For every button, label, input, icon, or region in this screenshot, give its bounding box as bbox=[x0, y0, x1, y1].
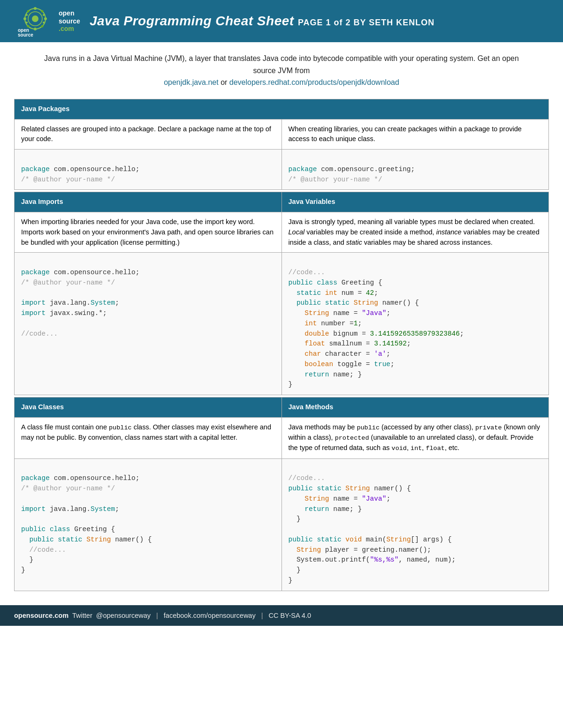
classes-methods-desc-row: A class file must contain one public cla… bbox=[15, 417, 549, 458]
footer-facebook: facebook.com/opensourceway bbox=[164, 612, 256, 619]
openjdk-link[interactable]: openjdk.java.net bbox=[164, 78, 219, 86]
packages-desc-left: Related classes are grouped into a packa… bbox=[15, 119, 282, 150]
svg-point-2 bbox=[32, 15, 38, 22]
imports-variables-table: Java Imports Java Variables When importi… bbox=[14, 192, 549, 395]
classes-code: package com.opensource.hello; /* @author… bbox=[15, 458, 282, 591]
imports-code: package com.opensource.hello; /* @author… bbox=[15, 253, 282, 395]
imports-variables-code-row: package com.opensource.hello; /* @author… bbox=[15, 253, 549, 395]
footer-twitter-label: Twitter bbox=[72, 612, 92, 619]
svg-text:.com: .com bbox=[18, 37, 29, 38]
imports-desc: When importing libraries needed for your… bbox=[15, 212, 282, 253]
page-footer: opensource.com Twitter @opensourceway | … bbox=[0, 605, 563, 626]
java-packages-table: Java Packages Related classes are groupe… bbox=[14, 99, 549, 190]
logo-area: open source .com open source .com bbox=[9, 5, 80, 38]
svg-point-5 bbox=[23, 17, 26, 20]
svg-point-14 bbox=[43, 22, 45, 23]
footer-brand: opensource.com bbox=[14, 612, 68, 619]
main-content: Java Packages Related classes are groupe… bbox=[0, 99, 563, 600]
footer-sep2: | bbox=[261, 612, 263, 619]
packages-header-row: Java Packages bbox=[15, 99, 549, 119]
packages-code-right: package com.opensourc.greeting; /* @auth… bbox=[282, 150, 549, 190]
packages-header: Java Packages bbox=[15, 99, 549, 119]
classes-header: Java Classes bbox=[15, 398, 282, 418]
svg-point-9 bbox=[27, 25, 30, 28]
svg-point-11 bbox=[26, 14, 28, 16]
header-title-area: Java Programming Cheat Sheet PAGE 1 of 2… bbox=[90, 14, 554, 29]
packages-desc-right: When creating libraries, you can create … bbox=[282, 119, 549, 150]
packages-code-left: package com.opensource.hello; /* @author… bbox=[15, 150, 282, 190]
imports-variables-header-row: Java Imports Java Variables bbox=[15, 192, 549, 212]
methods-code: //code... public static String namer() {… bbox=[282, 458, 549, 591]
intro-text2: or bbox=[221, 78, 229, 86]
footer-license: CC BY-SA 4.0 bbox=[268, 612, 311, 619]
svg-point-13 bbox=[26, 22, 28, 23]
redhat-link[interactable]: developers.redhat.com/products/openjdk/d… bbox=[229, 78, 399, 86]
footer-twitter-handle: @opensourceway bbox=[96, 612, 151, 619]
svg-point-3 bbox=[34, 7, 37, 10]
packages-desc-row: Related classes are grouped into a packa… bbox=[15, 119, 549, 150]
classes-methods-table: Java Classes Java Methods A class file m… bbox=[14, 397, 549, 591]
svg-point-6 bbox=[44, 17, 47, 20]
classes-methods-code-row: package com.opensource.hello; /* @author… bbox=[15, 458, 549, 591]
logo-icon: open source .com bbox=[9, 5, 61, 38]
packages-code-row: package com.opensource.hello; /* @author… bbox=[15, 150, 549, 190]
variables-header: Java Variables bbox=[282, 192, 549, 212]
page-header: open source .com open source .com Java P… bbox=[0, 0, 563, 42]
page-title: Java Programming Cheat Sheet PAGE 1 of 2… bbox=[90, 14, 554, 29]
variables-desc: Java is strongly typed, meaning all vari… bbox=[282, 212, 549, 253]
classes-desc: A class file must contain one public cla… bbox=[15, 417, 282, 458]
svg-point-12 bbox=[43, 14, 45, 16]
svg-point-8 bbox=[41, 10, 44, 13]
imports-variables-desc-row: When importing libraries needed for your… bbox=[15, 212, 549, 253]
classes-methods-header-row: Java Classes Java Methods bbox=[15, 398, 549, 418]
svg-point-7 bbox=[27, 10, 30, 13]
imports-header: Java Imports bbox=[15, 192, 282, 212]
variables-code: //code... public class Greeting { static… bbox=[282, 253, 549, 395]
intro-section: Java runs in a Java Virtual Machine (JVM… bbox=[0, 42, 563, 99]
svg-point-10 bbox=[41, 25, 44, 28]
methods-desc: Java methods may be public (accessed by … bbox=[282, 417, 549, 458]
footer-sep1: | bbox=[156, 612, 158, 619]
svg-point-4 bbox=[34, 28, 37, 30]
intro-text1: Java runs in a Java Virtual Machine (JVM… bbox=[44, 54, 519, 75]
methods-header: Java Methods bbox=[282, 398, 549, 418]
